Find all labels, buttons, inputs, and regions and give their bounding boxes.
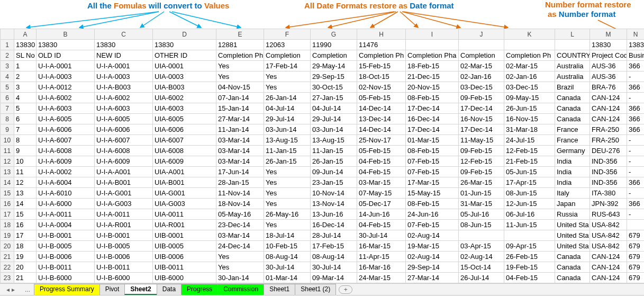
cell[interactable]: 17	[14, 230, 37, 241]
cell[interactable]: 15-Feb-15	[357, 61, 406, 71]
cell[interactable]: 24-Dec-14	[216, 241, 264, 252]
cell[interactable]	[504, 230, 555, 241]
cell[interactable]: 08-Feb-15	[406, 199, 459, 209]
cell[interactable]: U-I-A-0003	[37, 71, 95, 82]
cell[interactable]: 27-Mar-14	[406, 273, 459, 283]
cell[interactable]: 13-Dec-14	[357, 114, 406, 124]
cell[interactable]: 02-Aug-14	[406, 252, 459, 262]
cell[interactable]: 02-Jan-16	[504, 71, 555, 82]
cell[interactable]: 26-Jan-15	[311, 156, 357, 167]
row-header[interactable]: 14	[1, 177, 14, 188]
cell[interactable]: 366	[627, 124, 645, 135]
cell[interactable]: Completion	[459, 50, 504, 61]
cell[interactable]: 12-Feb-15	[504, 146, 555, 156]
cell[interactable]: 7	[14, 124, 37, 135]
col-header[interactable]: H	[357, 29, 406, 40]
cell[interactable]: Yes	[216, 262, 264, 273]
cell[interactable]: Canada	[555, 262, 590, 273]
sheet-tab[interactable]: Commission	[217, 284, 264, 295]
cell[interactable]: 12-Jun-15	[504, 199, 555, 209]
cell[interactable]: 03-Jun-14	[264, 124, 311, 135]
cell[interactable]: U-I-B-6000	[95, 273, 153, 283]
cell[interactable]: CAN-124	[590, 114, 627, 124]
cell[interactable]: Russia	[555, 209, 590, 220]
cell[interactable]: Completion Ph	[216, 50, 264, 61]
cell[interactable]: 30-Oct-15	[311, 82, 357, 93]
cell[interactable]: 23-Dec-14	[216, 220, 264, 230]
col-header[interactable]: L	[555, 29, 590, 40]
cell[interactable]	[459, 40, 504, 50]
cell[interactable]: IND-356	[590, 177, 627, 188]
cell[interactable]: Australia	[555, 71, 590, 82]
cell[interactable]: 18-Jul-14	[264, 230, 311, 241]
cell[interactable]: 16-Dec-14	[311, 220, 357, 230]
row-header[interactable]: 20	[1, 241, 14, 252]
cell[interactable]: 13830	[627, 40, 645, 50]
cell[interactable]: 1	[14, 61, 37, 71]
sheet-tab[interactable]: Progress	[181, 284, 218, 295]
cell[interactable]: 366	[627, 82, 645, 93]
cell[interactable]: Yes	[264, 71, 311, 82]
cell[interactable]: -	[627, 156, 645, 167]
cell[interactable]: UIA-6002	[153, 93, 216, 103]
cell[interactable]: 21-Dec-15	[406, 71, 459, 82]
cell[interactable]: France	[555, 124, 590, 135]
cell[interactable]: U-I-A-6009	[37, 156, 95, 167]
cell[interactable]: 03-Dec-15	[459, 82, 504, 93]
cell[interactable]: Project Code	[590, 50, 627, 61]
cell[interactable]: UIB-0005	[153, 241, 216, 252]
cell[interactable]: UIB-6000	[153, 273, 216, 283]
sheet-tab[interactable]: Sheet2	[124, 284, 157, 295]
cell[interactable]: Completion	[264, 50, 311, 61]
cell[interactable]: 12881	[216, 40, 264, 50]
cell[interactable]: Canada	[555, 252, 590, 262]
cell[interactable]: U-I-A-0004	[37, 220, 95, 230]
sheet-tab[interactable]: Sheet1 (2)	[295, 284, 336, 295]
cell[interactable]: 27-Mar-14	[216, 114, 264, 124]
row-header[interactable]: 11	[1, 146, 14, 156]
cell[interactable]: Busines	[627, 50, 645, 61]
cell[interactable]: 11-May-15	[459, 135, 504, 146]
cell[interactable]: 05-May-16	[216, 209, 264, 220]
cell[interactable]: 28-Jan-15	[216, 177, 264, 188]
cell[interactable]: USA-842	[590, 220, 627, 230]
cell[interactable]: 26-Feb-15	[504, 252, 555, 262]
cell[interactable]: Yes	[264, 177, 311, 188]
cell[interactable]: 17-Mar-15	[406, 177, 459, 188]
cell[interactable]: 01-Jun-15	[459, 188, 504, 199]
cell[interactable]: Brazil	[555, 82, 590, 93]
cell[interactable]: SL No	[14, 50, 37, 61]
cell[interactable]: U-I-B-0005	[37, 241, 95, 252]
cell[interactable]: 03-Mar-14	[216, 230, 264, 241]
sheet-tab[interactable]: Data	[157, 284, 182, 295]
cell[interactable]: 03-Mar-14	[216, 135, 264, 146]
cell[interactable]: 02-Aug-14	[459, 252, 504, 262]
cell[interactable]: 12063	[264, 40, 311, 50]
cell[interactable]: 11-Jan-15	[311, 146, 357, 156]
cell[interactable]: 13830	[37, 40, 95, 50]
cell[interactable]	[459, 230, 504, 241]
cell[interactable]: 05-Feb-15	[357, 93, 406, 103]
cell[interactable]: 08-Aug-14	[264, 252, 311, 262]
cell[interactable]: USA-842	[590, 241, 627, 252]
col-header[interactable]: F	[264, 29, 311, 40]
cell[interactable]: Yes	[264, 167, 311, 177]
sheet-tab[interactable]: Sheet1	[264, 284, 295, 295]
cell[interactable]: 15-Jan-14	[216, 103, 264, 114]
cell[interactable]: Completion Pha	[406, 50, 459, 61]
cell[interactable]: DEU-276	[590, 146, 627, 156]
cell[interactable]: 09-Mar-14	[311, 273, 357, 283]
cell[interactable]: U-I-A-6002	[95, 93, 153, 103]
cell[interactable]: U-I-A-6010	[37, 188, 95, 199]
cell[interactable]: 18-Feb-15	[406, 61, 459, 71]
cell[interactable]: Yes	[216, 71, 264, 82]
cell[interactable]: 03-Mar-14	[216, 146, 264, 156]
col-header[interactable]: D	[153, 29, 216, 40]
cell[interactable]: 29-Jul-14	[264, 114, 311, 124]
cell[interactable]: U-I-B-6000	[37, 273, 95, 283]
cell[interactable]: United Sta	[555, 220, 590, 230]
cell[interactable]: 15-Oct-14	[459, 262, 504, 273]
cell[interactable]: 26-Jan-14	[264, 93, 311, 103]
cell[interactable]: 16-Mar-16	[357, 262, 406, 273]
cell[interactable]: Italy	[555, 188, 590, 199]
